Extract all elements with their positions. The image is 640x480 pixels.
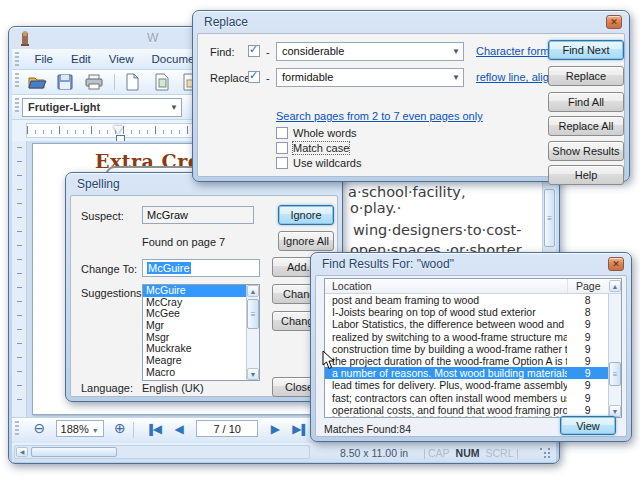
result-row[interactable]: Labor Statistics, the difference between…: [325, 318, 608, 330]
menu-item[interactable]: View: [100, 50, 143, 65]
page-indicator-field[interactable]: 7 / 10: [196, 420, 258, 437]
chevron-down-icon[interactable]: ▼: [170, 103, 178, 112]
replace-enabled-checkbox[interactable]: [248, 71, 260, 83]
result-location: post and beam framing to wood: [325, 294, 567, 306]
results-rows: post and beam framing to wood 8 I-Joists…: [325, 294, 608, 416]
vertical-ruler: [12, 141, 27, 417]
menu-item[interactable]: Edit: [62, 50, 100, 65]
find-combo[interactable]: considerable ▼: [276, 42, 464, 61]
replace-title-bar[interactable]: Replace ✕: [193, 11, 629, 33]
replace-all-button[interactable]: Replace All: [548, 116, 624, 136]
ignore-all-button[interactable]: Ignore All: [278, 231, 334, 251]
hscroll-left-arrow[interactable]: ◀: [16, 447, 28, 457]
find-results-dialog: Find Results For: "wood" ✕ Location Page…: [310, 252, 632, 442]
checkbox-icon[interactable]: [276, 157, 288, 169]
result-location: fast; contractors can often install wood…: [325, 392, 567, 404]
find-next-button[interactable]: Find Next: [548, 40, 624, 60]
suggestion-item[interactable]: McGuire: [143, 285, 246, 297]
suggestions-scroll-thumb[interactable]: ≡: [247, 299, 259, 329]
suspect-label: Suspect:: [81, 210, 124, 222]
scroll-up-icon[interactable]: ▲: [609, 280, 621, 292]
previous-page-button[interactable]: ◀: [175, 422, 184, 436]
zoom-in-button[interactable]: ⊕: [114, 420, 126, 436]
horizontal-scrollbar[interactable]: ◀: [14, 445, 310, 459]
close-icon[interactable]: ✕: [608, 257, 624, 271]
search-pages-link[interactable]: Search pages from 2 to 7 even pages only: [276, 110, 483, 122]
find-results-title-bar[interactable]: Find Results For: "wood" ✕: [311, 253, 631, 275]
save-icon[interactable]: [56, 73, 76, 91]
close-icon[interactable]: ✕: [606, 15, 622, 29]
help-button[interactable]: Help: [548, 165, 624, 185]
ignore-button[interactable]: Ignore: [278, 205, 334, 225]
result-location: realized by switching to a wood-frame st…: [325, 331, 567, 343]
checkbox-icon[interactable]: [276, 142, 288, 154]
suggestions-scrollbar[interactable]: ▲ ≡ ▼: [246, 285, 259, 380]
scroll-up-icon[interactable]: ▲: [247, 285, 259, 297]
result-row[interactable]: realized by switching to a wood-frame st…: [325, 331, 608, 343]
formatbar-drag-handle[interactable]: [15, 98, 19, 112]
option-checkbox-row[interactable]: Match case: [276, 141, 436, 156]
result-row[interactable]: fast; contractors can often install wood…: [325, 392, 608, 404]
scroll-down-icon[interactable]: ▼: [247, 368, 259, 380]
character-format-link[interactable]: Character format: [476, 45, 559, 57]
result-row[interactable]: post and beam framing to wood 8: [325, 294, 608, 306]
next-page-button[interactable]: ▶: [271, 422, 280, 436]
location-column-header[interactable]: Location: [325, 279, 568, 293]
suggestion-item[interactable]: Mgr: [143, 320, 246, 332]
new-document-icon[interactable]: [124, 73, 144, 91]
navbar-drag-handle[interactable]: [15, 421, 19, 435]
checkbox-icon[interactable]: [276, 127, 288, 139]
status-indicators: CAPNUMSCRL: [424, 447, 518, 459]
results-list[interactable]: Location Page post and beam framing to w…: [324, 278, 622, 418]
result-row[interactable]: the project duration of the wood-frame O…: [325, 355, 608, 367]
result-row[interactable]: lead times for delivery. Plus, wood-fram…: [325, 379, 608, 391]
chevron-down-icon[interactable]: ▼: [92, 427, 99, 434]
first-page-button[interactable]: ▐◀: [146, 422, 162, 436]
option-checkbox-row[interactable]: Use wildcards: [276, 156, 436, 171]
results-scroll-thumb[interactable]: ≡: [609, 362, 621, 386]
zoom-level-combo[interactable]: 188% ▼: [56, 420, 104, 437]
zoom-out-button[interactable]: ⊖: [33, 420, 45, 436]
change-to-field[interactable]: McGuire: [142, 259, 260, 277]
language-label: Language:: [81, 382, 133, 394]
chevron-down-icon[interactable]: ▼: [452, 47, 460, 56]
result-row[interactable]: I-Joists bearing on top of wood stud ext…: [325, 306, 608, 318]
chevron-down-icon[interactable]: ▼: [452, 73, 460, 82]
page-column-header[interactable]: Page: [568, 279, 609, 293]
result-row[interactable]: operational costs, and found that wood f…: [325, 404, 608, 416]
results-header-row: Location Page: [325, 279, 621, 294]
result-row[interactable]: construction time by building a wood-fra…: [325, 343, 608, 355]
open-folder-icon[interactable]: [27, 73, 47, 91]
lock-indicator: CAP: [428, 447, 450, 459]
toolbar-separator: [114, 74, 115, 90]
suggestions-listbox[interactable]: McGuireMcCrayMcGeeMgrMsgrMuckrakeMeagreM…: [142, 284, 260, 381]
font-name-value: Frutiger-Light: [28, 101, 100, 113]
duplicate-page-icon[interactable]: [153, 73, 173, 91]
result-page: 9: [567, 404, 608, 416]
print-icon[interactable]: [84, 73, 104, 91]
replace-button[interactable]: Replace: [548, 66, 624, 86]
app-icon: [18, 30, 32, 47]
result-location: lead times for delivery. Plus, wood-fram…: [325, 379, 567, 391]
font-name-combo[interactable]: Frutiger-Light ▼: [22, 98, 182, 117]
result-row[interactable]: a number of reasons. Most wood building …: [325, 367, 608, 379]
menu-item[interactable]: File: [25, 50, 62, 65]
hscroll-thumb[interactable]: [31, 447, 117, 457]
show-results-button[interactable]: Show Results: [548, 141, 624, 161]
find-label: Find:: [210, 46, 234, 58]
suggestion-item[interactable]: Macro: [143, 367, 246, 379]
option-checkbox-row[interactable]: Whole words: [276, 126, 436, 141]
toolbar-drag-handle[interactable]: [15, 73, 19, 87]
first-line-indent-marker[interactable]: [113, 126, 123, 134]
page-size-status: 8.50 x 11.00 in: [340, 447, 408, 459]
last-page-button[interactable]: ▶▌: [292, 422, 308, 436]
vscroll-thumb[interactable]: ≡: [544, 189, 555, 247]
resize-grip[interactable]: [540, 448, 550, 458]
menu-drag-handle[interactable]: [15, 52, 19, 66]
replace-combo[interactable]: formidable ▼: [276, 68, 464, 87]
view-button[interactable]: View: [560, 416, 616, 435]
find-enabled-checkbox[interactable]: [248, 45, 260, 57]
find-all-button[interactable]: Find All: [548, 92, 624, 112]
results-scrollbar[interactable]: ▲ ≡ ▼: [608, 294, 621, 417]
result-page: 8: [567, 306, 608, 318]
